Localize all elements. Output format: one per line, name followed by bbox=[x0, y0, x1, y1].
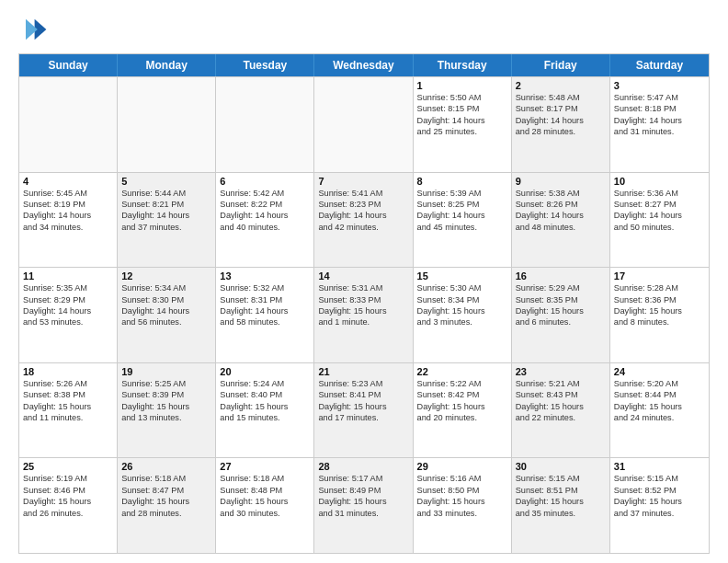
day-info: Sunrise: 5:38 AM Sunset: 8:26 PM Dayligh… bbox=[516, 188, 606, 234]
day-info: Sunrise: 5:42 AM Sunset: 8:22 PM Dayligh… bbox=[220, 188, 310, 234]
calendar-cell: 6Sunrise: 5:42 AM Sunset: 8:22 PM Daylig… bbox=[216, 173, 314, 268]
day-info: Sunrise: 5:31 AM Sunset: 8:33 PM Dayligh… bbox=[318, 282, 408, 328]
calendar-cell: 22Sunrise: 5:22 AM Sunset: 8:42 PM Dayli… bbox=[414, 363, 512, 458]
day-number: 19 bbox=[121, 366, 211, 377]
day-info: Sunrise: 5:26 AM Sunset: 8:38 PM Dayligh… bbox=[23, 378, 113, 424]
day-info: Sunrise: 5:18 AM Sunset: 8:48 PM Dayligh… bbox=[220, 473, 310, 519]
day-number: 6 bbox=[220, 176, 310, 187]
day-info: Sunrise: 5:45 AM Sunset: 8:19 PM Dayligh… bbox=[23, 188, 113, 234]
day-info: Sunrise: 5:17 AM Sunset: 8:49 PM Dayligh… bbox=[318, 473, 408, 519]
day-info: Sunrise: 5:28 AM Sunset: 8:36 PM Dayligh… bbox=[614, 282, 705, 328]
day-number: 29 bbox=[417, 461, 507, 472]
day-info: Sunrise: 5:29 AM Sunset: 8:35 PM Dayligh… bbox=[516, 282, 606, 328]
logo bbox=[18, 15, 51, 44]
calendar-cell: 26Sunrise: 5:18 AM Sunset: 8:47 PM Dayli… bbox=[118, 458, 216, 553]
day-number: 9 bbox=[516, 176, 606, 187]
calendar-cell: 30Sunrise: 5:15 AM Sunset: 8:51 PM Dayli… bbox=[512, 458, 610, 553]
calendar-cell: 20Sunrise: 5:24 AM Sunset: 8:40 PM Dayli… bbox=[216, 363, 314, 458]
day-number: 5 bbox=[121, 176, 211, 187]
calendar-cell: 11Sunrise: 5:35 AM Sunset: 8:29 PM Dayli… bbox=[19, 268, 118, 362]
calendar-cell: 15Sunrise: 5:30 AM Sunset: 8:34 PM Dayli… bbox=[414, 268, 512, 362]
calendar-cell: 3Sunrise: 5:47 AM Sunset: 8:18 PM Daylig… bbox=[610, 77, 709, 172]
calendar-cell: 19Sunrise: 5:25 AM Sunset: 8:39 PM Dayli… bbox=[118, 363, 216, 458]
page: SundayMondayTuesdayWednesdayThursdayFrid… bbox=[0, 0, 728, 563]
calendar-header: SundayMondayTuesdayWednesdayThursdayFrid… bbox=[19, 54, 709, 76]
calendar-cell bbox=[118, 77, 216, 172]
calendar-cell: 31Sunrise: 5:15 AM Sunset: 8:52 PM Dayli… bbox=[610, 458, 709, 553]
calendar-cell: 10Sunrise: 5:36 AM Sunset: 8:27 PM Dayli… bbox=[610, 173, 709, 268]
calendar-row: 25Sunrise: 5:19 AM Sunset: 8:46 PM Dayli… bbox=[19, 457, 709, 553]
day-number: 26 bbox=[121, 461, 211, 472]
day-info: Sunrise: 5:19 AM Sunset: 8:46 PM Dayligh… bbox=[23, 473, 113, 519]
calendar-cell: 2Sunrise: 5:48 AM Sunset: 8:17 PM Daylig… bbox=[512, 77, 610, 172]
day-info: Sunrise: 5:15 AM Sunset: 8:52 PM Dayligh… bbox=[614, 473, 705, 519]
header bbox=[18, 15, 710, 44]
calendar-row: 1Sunrise: 5:50 AM Sunset: 8:15 PM Daylig… bbox=[19, 76, 709, 172]
day-number: 21 bbox=[318, 366, 408, 377]
calendar-row: 11Sunrise: 5:35 AM Sunset: 8:29 PM Dayli… bbox=[19, 267, 709, 362]
day-info: Sunrise: 5:48 AM Sunset: 8:17 PM Dayligh… bbox=[516, 92, 606, 138]
calendar-cell: 28Sunrise: 5:17 AM Sunset: 8:49 PM Dayli… bbox=[314, 458, 413, 553]
calendar-cell: 24Sunrise: 5:20 AM Sunset: 8:44 PM Dayli… bbox=[610, 363, 709, 458]
calendar-cell: 13Sunrise: 5:32 AM Sunset: 8:31 PM Dayli… bbox=[216, 268, 314, 362]
day-number: 16 bbox=[516, 270, 606, 282]
calendar-cell bbox=[216, 77, 314, 172]
calendar-cell: 8Sunrise: 5:39 AM Sunset: 8:25 PM Daylig… bbox=[414, 173, 512, 268]
day-info: Sunrise: 5:32 AM Sunset: 8:31 PM Dayligh… bbox=[220, 282, 310, 328]
calendar-cell bbox=[314, 77, 413, 172]
day-number: 28 bbox=[318, 461, 408, 472]
day-number: 8 bbox=[417, 176, 507, 187]
day-number: 1 bbox=[417, 80, 507, 91]
day-info: Sunrise: 5:41 AM Sunset: 8:23 PM Dayligh… bbox=[318, 188, 408, 234]
day-info: Sunrise: 5:18 AM Sunset: 8:47 PM Dayligh… bbox=[121, 473, 211, 519]
calendar-cell: 9Sunrise: 5:38 AM Sunset: 8:26 PM Daylig… bbox=[512, 173, 610, 268]
day-number: 3 bbox=[614, 80, 705, 91]
day-info: Sunrise: 5:47 AM Sunset: 8:18 PM Dayligh… bbox=[614, 92, 705, 138]
logo-icon bbox=[18, 15, 48, 44]
day-number: 24 bbox=[614, 366, 705, 377]
day-info: Sunrise: 5:25 AM Sunset: 8:39 PM Dayligh… bbox=[121, 378, 211, 424]
weekday-header: Saturday bbox=[610, 54, 709, 76]
day-info: Sunrise: 5:16 AM Sunset: 8:50 PM Dayligh… bbox=[417, 473, 507, 519]
calendar-cell: 7Sunrise: 5:41 AM Sunset: 8:23 PM Daylig… bbox=[314, 173, 413, 268]
calendar-row: 4Sunrise: 5:45 AM Sunset: 8:19 PM Daylig… bbox=[19, 172, 709, 268]
calendar-cell: 18Sunrise: 5:26 AM Sunset: 8:38 PM Dayli… bbox=[19, 363, 118, 458]
day-info: Sunrise: 5:50 AM Sunset: 8:15 PM Dayligh… bbox=[417, 92, 507, 138]
day-number: 10 bbox=[614, 176, 705, 187]
day-info: Sunrise: 5:35 AM Sunset: 8:29 PM Dayligh… bbox=[23, 282, 113, 328]
day-info: Sunrise: 5:44 AM Sunset: 8:21 PM Dayligh… bbox=[121, 188, 211, 234]
day-info: Sunrise: 5:23 AM Sunset: 8:41 PM Dayligh… bbox=[318, 378, 408, 424]
day-info: Sunrise: 5:15 AM Sunset: 8:51 PM Dayligh… bbox=[516, 473, 606, 519]
day-info: Sunrise: 5:39 AM Sunset: 8:25 PM Dayligh… bbox=[417, 188, 507, 234]
calendar-cell: 14Sunrise: 5:31 AM Sunset: 8:33 PM Dayli… bbox=[314, 268, 413, 362]
day-number: 13 bbox=[220, 270, 310, 282]
day-number: 2 bbox=[516, 80, 606, 91]
calendar-cell: 1Sunrise: 5:50 AM Sunset: 8:15 PM Daylig… bbox=[414, 77, 512, 172]
day-number: 12 bbox=[121, 270, 211, 282]
day-number: 15 bbox=[417, 270, 507, 282]
calendar-cell: 23Sunrise: 5:21 AM Sunset: 8:43 PM Dayli… bbox=[512, 363, 610, 458]
day-number: 14 bbox=[318, 270, 408, 282]
weekday-header: Thursday bbox=[414, 54, 512, 76]
day-number: 23 bbox=[516, 366, 606, 377]
day-info: Sunrise: 5:20 AM Sunset: 8:44 PM Dayligh… bbox=[614, 378, 705, 424]
day-number: 30 bbox=[516, 461, 606, 472]
day-info: Sunrise: 5:30 AM Sunset: 8:34 PM Dayligh… bbox=[417, 282, 507, 328]
calendar-cell: 16Sunrise: 5:29 AM Sunset: 8:35 PM Dayli… bbox=[512, 268, 610, 362]
weekday-header: Monday bbox=[118, 54, 216, 76]
day-number: 31 bbox=[614, 461, 705, 472]
calendar-body: 1Sunrise: 5:50 AM Sunset: 8:15 PM Daylig… bbox=[19, 76, 709, 553]
weekday-header: Sunday bbox=[19, 54, 118, 76]
day-info: Sunrise: 5:22 AM Sunset: 8:42 PM Dayligh… bbox=[417, 378, 507, 424]
day-info: Sunrise: 5:21 AM Sunset: 8:43 PM Dayligh… bbox=[516, 378, 606, 424]
weekday-header: Tuesday bbox=[216, 54, 314, 76]
day-number: 7 bbox=[318, 176, 408, 187]
day-number: 25 bbox=[23, 461, 113, 472]
calendar-cell: 4Sunrise: 5:45 AM Sunset: 8:19 PM Daylig… bbox=[19, 173, 118, 268]
calendar-row: 18Sunrise: 5:26 AM Sunset: 8:38 PM Dayli… bbox=[19, 362, 709, 458]
calendar-cell bbox=[19, 77, 118, 172]
calendar-cell: 29Sunrise: 5:16 AM Sunset: 8:50 PM Dayli… bbox=[414, 458, 512, 553]
weekday-header: Friday bbox=[512, 54, 610, 76]
day-number: 20 bbox=[220, 366, 310, 377]
day-info: Sunrise: 5:34 AM Sunset: 8:30 PM Dayligh… bbox=[121, 282, 211, 328]
